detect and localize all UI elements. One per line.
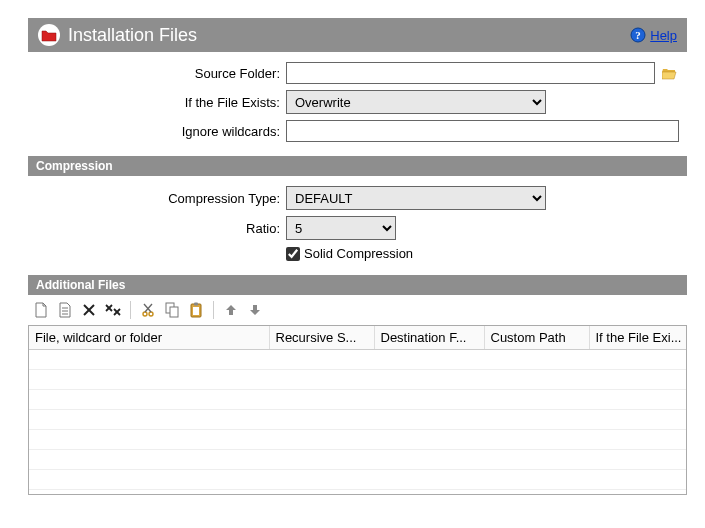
table-header-row: File, wildcard or folder Recursive S... … [29, 326, 687, 350]
copy-icon [165, 302, 179, 318]
col-file-exists[interactable]: If the File Exi... [589, 326, 687, 350]
col-destination[interactable]: Destination F... [374, 326, 484, 350]
svg-line-14 [144, 304, 151, 312]
cut-icon [141, 303, 155, 317]
ratio-select[interactable]: 5 [286, 216, 396, 240]
toolbar-separator [130, 301, 131, 319]
compression-type-select[interactable]: DEFAULT [286, 186, 546, 210]
paste-icon [189, 302, 203, 318]
cut-button[interactable] [139, 301, 157, 319]
browse-folder-button[interactable] [661, 64, 679, 82]
col-custom-path[interactable]: Custom Path [484, 326, 589, 350]
delete-button[interactable] [80, 301, 98, 319]
svg-point-11 [143, 312, 147, 316]
ratio-label: Ratio: [36, 221, 286, 236]
edit-button[interactable] [56, 301, 74, 319]
new-button[interactable] [32, 301, 50, 319]
new-file-icon [34, 302, 48, 318]
source-folder-label: Source Folder: [36, 66, 286, 81]
edit-file-icon [58, 302, 72, 318]
delete-all-icon [105, 303, 121, 317]
svg-rect-18 [194, 303, 198, 306]
svg-rect-16 [170, 307, 178, 317]
svg-point-12 [149, 312, 153, 316]
solid-compression-row[interactable]: Solid Compression [286, 246, 413, 261]
arrow-up-icon [224, 303, 238, 317]
help-icon: ? [630, 27, 646, 43]
app-icon [38, 24, 60, 46]
compression-section-header: Compression [28, 156, 687, 176]
additional-files-section-header: Additional Files [28, 275, 687, 295]
move-up-button[interactable] [222, 301, 240, 319]
title-bar: Installation Files ? Help [28, 18, 687, 52]
page-title: Installation Files [68, 25, 630, 46]
toolbar-separator [213, 301, 214, 319]
additional-files-toolbar [28, 295, 687, 325]
table-row[interactable] [29, 450, 687, 470]
solid-compression-label: Solid Compression [304, 246, 413, 261]
move-down-button[interactable] [246, 301, 264, 319]
table-row[interactable] [29, 430, 687, 450]
col-recursive[interactable]: Recursive S... [269, 326, 374, 350]
help-link[interactable]: Help [650, 28, 677, 43]
additional-files-table[interactable]: File, wildcard or folder Recursive S... … [28, 325, 687, 495]
folder-open-icon [662, 66, 678, 80]
ignore-wildcards-label: Ignore wildcards: [36, 124, 286, 139]
compression-type-label: Compression Type: [36, 191, 286, 206]
svg-text:?: ? [636, 29, 642, 41]
delete-icon [82, 303, 96, 317]
svg-rect-19 [193, 307, 199, 315]
copy-button[interactable] [163, 301, 181, 319]
svg-line-13 [145, 304, 152, 312]
ignore-wildcards-input[interactable] [286, 120, 679, 142]
paste-button[interactable] [187, 301, 205, 319]
file-exists-label: If the File Exists: [36, 95, 286, 110]
table-row[interactable] [29, 410, 687, 430]
source-folder-input[interactable] [286, 62, 655, 84]
table-row[interactable] [29, 370, 687, 390]
table-row[interactable] [29, 390, 687, 410]
file-exists-select[interactable]: Overwrite [286, 90, 546, 114]
delete-all-button[interactable] [104, 301, 122, 319]
col-file[interactable]: File, wildcard or folder [29, 326, 269, 350]
table-row[interactable] [29, 470, 687, 490]
arrow-down-icon [248, 303, 262, 317]
solid-compression-checkbox[interactable] [286, 247, 300, 261]
table-row[interactable] [29, 350, 687, 370]
